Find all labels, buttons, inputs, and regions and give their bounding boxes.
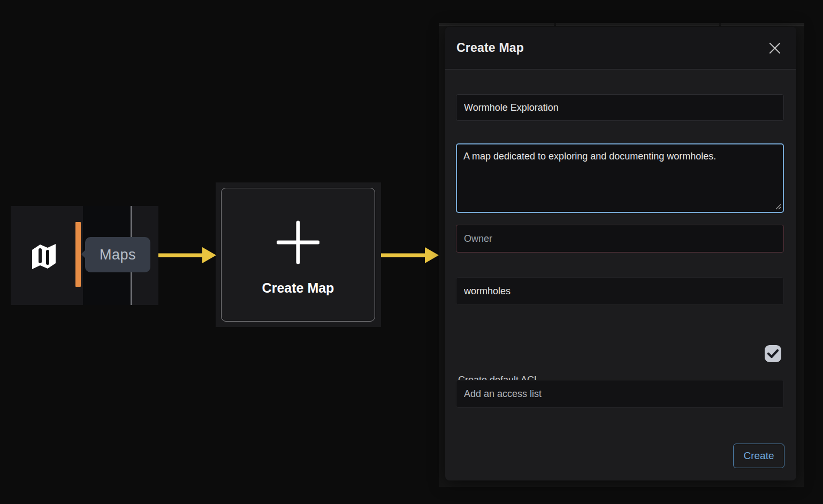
create-map-modal: Create Map A map dedicated to exploring … bbox=[445, 27, 796, 480]
maps-tooltip: Maps bbox=[85, 237, 150, 272]
create-map-card[interactable]: Create Map bbox=[221, 188, 375, 322]
map-name-input[interactable] bbox=[456, 94, 784, 121]
flow-arrow-1 bbox=[157, 245, 217, 266]
modal-backdrop: Create Map A map dedicated to exploring … bbox=[439, 23, 804, 487]
create-button[interactable]: Create bbox=[733, 444, 784, 468]
modal-title: Create Map bbox=[456, 41, 524, 55]
background-page-edge bbox=[439, 23, 804, 26]
background-panel-edge bbox=[721, 23, 804, 26]
background-panel-edge bbox=[556, 23, 719, 26]
maps-tooltip-label: Maps bbox=[100, 247, 136, 263]
background-panel-edge bbox=[439, 23, 554, 26]
map-icon bbox=[31, 241, 57, 272]
owner-input[interactable] bbox=[456, 225, 784, 253]
flow-arrow-2 bbox=[380, 245, 440, 266]
active-indicator-bar bbox=[75, 222, 81, 287]
plus-icon bbox=[277, 218, 319, 266]
create-map-card-label: Create Map bbox=[262, 280, 334, 296]
description-field-wrap: A map dedicated to exploring and documen… bbox=[456, 143, 784, 213]
map-description-textarea[interactable]: A map dedicated to exploring and documen… bbox=[456, 143, 784, 213]
tags-input[interactable] bbox=[456, 277, 784, 305]
access-list-input[interactable] bbox=[456, 380, 784, 408]
sidebar-fragment: Maps bbox=[11, 206, 158, 305]
resize-handle-icon[interactable] bbox=[775, 203, 781, 210]
create-map-card-frame: Create Map bbox=[216, 182, 381, 327]
modal-header: Create Map bbox=[445, 27, 796, 70]
tutorial-canvas: Maps Create Map Create Map bbox=[0, 0, 823, 504]
maps-nav-button[interactable] bbox=[31, 241, 57, 272]
close-icon[interactable] bbox=[768, 42, 781, 55]
checkmark-icon bbox=[767, 349, 779, 358]
create-default-acl-checkbox[interactable] bbox=[765, 345, 781, 362]
